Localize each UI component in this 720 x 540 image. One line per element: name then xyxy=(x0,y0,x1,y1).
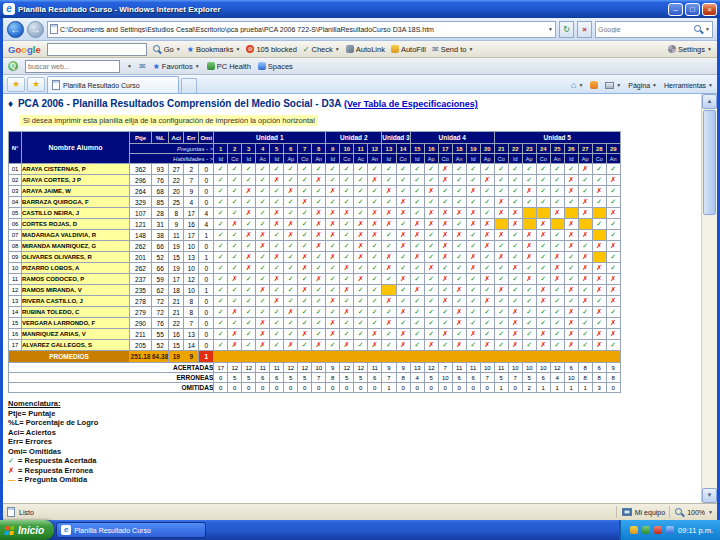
back-button[interactable]: ← xyxy=(7,21,24,38)
mark-wrong: ✗ xyxy=(326,186,340,197)
summary-value: 10 xyxy=(438,373,452,383)
minimize-button[interactable]: – xyxy=(668,3,683,16)
mark-wrong: ✗ xyxy=(382,296,396,307)
scrollbar-thumb[interactable] xyxy=(703,110,716,215)
mark-wrong: ✗ xyxy=(592,241,606,252)
tray-network-icon[interactable] xyxy=(666,526,674,534)
spellcheck-button[interactable]: ✓ Check ▼ xyxy=(303,45,340,54)
mark-correct: ✓ xyxy=(480,318,494,329)
mark-wrong: ✗ xyxy=(480,219,494,230)
chevron-down-icon: ▼ xyxy=(195,63,200,69)
student-pct: 31 xyxy=(152,219,169,230)
summary-value: 0 xyxy=(340,383,354,393)
mark-wrong: ✗ xyxy=(522,274,536,285)
mark-correct: ✓ xyxy=(466,241,480,252)
address-input[interactable] xyxy=(60,26,546,33)
mark-wrong: ✗ xyxy=(480,296,494,307)
favoritos-button[interactable]: ★ Favoritos ▼ xyxy=(153,62,200,71)
specifications-link[interactable]: (Ver Tabla de Especificaciones) xyxy=(344,99,478,109)
popup-blocker-button[interactable]: ⊘ 105 blocked xyxy=(246,45,296,54)
summary-value: 0 xyxy=(480,383,494,393)
scroll-up-icon[interactable]: ▲ xyxy=(702,94,717,109)
summary-value: 0 xyxy=(270,383,284,393)
student-number: 04 xyxy=(9,197,22,208)
mark-correct: ✓ xyxy=(368,296,382,307)
summary-value: 2 xyxy=(522,383,536,393)
summary-value: 0 xyxy=(312,383,326,393)
student-name: ALVAREZ GALLEGOS, S xyxy=(22,340,130,351)
settings-button[interactable]: Settings ▼ xyxy=(668,45,712,54)
mark-correct: ✓ xyxy=(340,219,354,230)
stop-button[interactable]: × xyxy=(577,21,592,38)
tools-menu-button[interactable]: Herramientas ▼ xyxy=(664,82,713,89)
pc-health-button[interactable]: PC Health xyxy=(207,62,251,71)
address-bar: ← → ▼ ↻ × ▼ xyxy=(3,18,717,41)
tray-alert-icon[interactable] xyxy=(654,526,662,534)
maximize-button[interactable]: □ xyxy=(685,3,700,16)
mail-button[interactable]: ✉ xyxy=(139,62,146,71)
scrollbar-track[interactable] xyxy=(702,216,717,488)
chevron-down-icon[interactable]: ▼ xyxy=(127,63,132,69)
refresh-button[interactable]: ↻ xyxy=(559,21,574,38)
scroll-down-icon[interactable]: ▼ xyxy=(702,488,717,503)
student-err: 8 xyxy=(184,296,199,307)
send-to-button[interactable]: ✉ Send to ▼ xyxy=(432,45,474,54)
check-icon: ✓ xyxy=(8,456,16,466)
forward-button[interactable]: → xyxy=(27,21,44,38)
mark-wrong: ✗ xyxy=(536,329,550,340)
col-header-num: N° xyxy=(9,132,22,164)
mark-omitted xyxy=(564,208,578,219)
skill-code: Co xyxy=(228,154,242,164)
bookmarks-button[interactable]: ★ Bookmarks ▼ xyxy=(187,45,241,54)
mark-correct: ✓ xyxy=(438,307,452,318)
mark-correct: ✓ xyxy=(578,285,592,296)
print-button[interactable]: ▼ xyxy=(605,82,621,89)
search-dropdown-icon[interactable]: ▼ xyxy=(705,26,710,32)
favorites-center-button[interactable]: ★ xyxy=(7,77,25,92)
mark-correct: ✓ xyxy=(284,296,298,307)
mark-correct: ✓ xyxy=(382,241,396,252)
taskbar-window-button[interactable]: e Planilla Resultado Curso xyxy=(56,522,206,538)
address-dropdown-icon[interactable]: ▼ xyxy=(548,26,553,32)
student-row: 08MIRANDA MANRIQUEZ, G2626619100✓✓✓✗✓✓✓✗… xyxy=(9,241,621,252)
mark-correct: ✓ xyxy=(228,296,242,307)
mark-correct: ✓ xyxy=(382,274,396,285)
mark-correct: ✓ xyxy=(256,296,270,307)
summary-value: 0 xyxy=(214,383,228,393)
search-input[interactable] xyxy=(598,26,692,33)
zoom-control[interactable]: 100% ▼ xyxy=(669,506,713,518)
student-number: 09 xyxy=(9,252,22,263)
mark-correct: ✓ xyxy=(452,263,466,274)
vertical-scrollbar[interactable]: ▲ ▼ xyxy=(701,94,717,503)
autolink-button[interactable]: AutoLink xyxy=(346,45,385,54)
question-number: 16 xyxy=(424,144,438,154)
student-aci: 22 xyxy=(169,318,184,329)
skill-code: Id xyxy=(564,154,578,164)
mark-correct: ✓ xyxy=(368,197,382,208)
new-tab-stub[interactable] xyxy=(181,78,197,93)
home-button[interactable]: ⌂ ▼ xyxy=(571,80,583,90)
question-number: 25 xyxy=(550,144,564,154)
mark-wrong: ✗ xyxy=(452,307,466,318)
spaces-button[interactable]: Spaces xyxy=(258,62,293,71)
start-button[interactable]: Inicio xyxy=(0,520,54,540)
google-search-input[interactable] xyxy=(47,43,147,56)
tab-planilla[interactable]: Planilla Resultado Curso xyxy=(47,76,179,93)
search-icon[interactable] xyxy=(694,25,703,34)
feeds-button[interactable] xyxy=(590,81,598,89)
mark-correct: ✓ xyxy=(480,252,494,263)
google-go-button[interactable]: Go ▼ xyxy=(153,45,181,54)
mark-correct: ✓ xyxy=(382,230,396,241)
mark-correct: ✓ xyxy=(368,285,382,296)
close-button[interactable]: × xyxy=(702,3,717,16)
mark-correct: ✓ xyxy=(522,175,536,186)
page-menu-button[interactable]: Página ▼ xyxy=(628,82,657,89)
summary-value: 11 xyxy=(368,363,382,373)
add-favorite-button[interactable]: ★ xyxy=(27,77,45,92)
mark-correct: ✓ xyxy=(214,296,228,307)
tray-antivirus-icon[interactable] xyxy=(642,526,650,534)
web-search-input[interactable] xyxy=(25,60,120,73)
mark-wrong: ✗ xyxy=(606,241,620,252)
autofill-button[interactable]: AutoFill xyxy=(391,45,426,54)
tray-shield-icon[interactable] xyxy=(630,526,638,534)
